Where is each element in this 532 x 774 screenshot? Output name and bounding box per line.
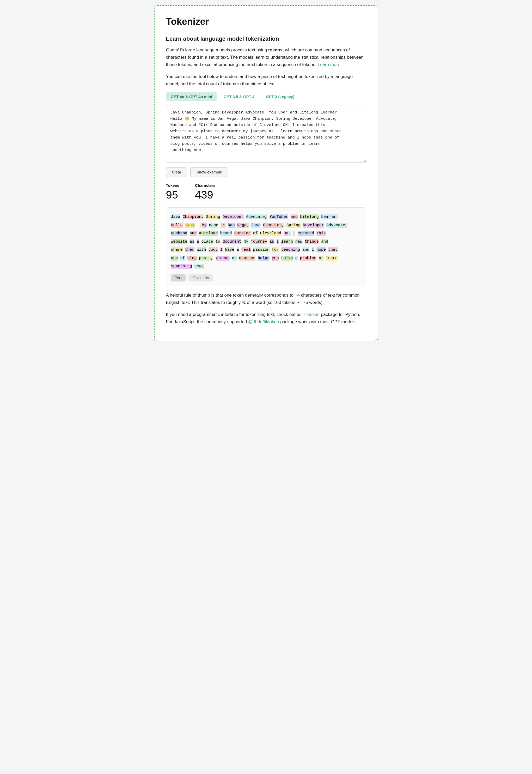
text-input[interactable]: Java Champion, Spring Developer Advocate… bbox=[166, 105, 366, 162]
token-84: learn bbox=[326, 256, 338, 261]
token-78: helps bbox=[258, 256, 270, 261]
token-ids-tab[interactable]: Token IDs bbox=[188, 274, 213, 282]
token-29: and bbox=[190, 231, 197, 236]
token-72: blog bbox=[187, 256, 197, 261]
page-title: Tokenizer bbox=[166, 16, 366, 27]
token-87: . bbox=[201, 264, 204, 269]
token-44: to bbox=[216, 239, 220, 244]
token-25: Developer bbox=[303, 223, 324, 228]
token-27: , bbox=[345, 223, 347, 228]
characters-stat: Characters 439 bbox=[195, 183, 215, 201]
period: . bbox=[340, 62, 342, 67]
token-7: , bbox=[265, 215, 267, 220]
tokens-label: Tokens bbox=[166, 183, 179, 187]
token-2: Champion bbox=[183, 215, 201, 220]
token-12: Hello bbox=[171, 223, 183, 228]
token-52: things bbox=[305, 239, 319, 244]
token-34: Cleveland bbox=[260, 231, 281, 236]
token-42: a bbox=[197, 239, 199, 244]
token-view-tabs: Text Token IDs bbox=[171, 274, 361, 282]
clear-button[interactable]: Clear bbox=[166, 167, 187, 177]
footer2-after: package works with most GPT models. bbox=[279, 319, 357, 324]
learn-more-link[interactable]: Learn more bbox=[318, 62, 340, 67]
token-50: learn bbox=[281, 239, 293, 244]
token-6: Advocate bbox=[246, 215, 265, 220]
token-67: I bbox=[312, 247, 314, 252]
token-61: a bbox=[237, 247, 239, 252]
token-64: for bbox=[272, 247, 279, 252]
footer-text-2: If you need a programmatic interface for… bbox=[166, 311, 366, 326]
description-2: You can use the tool below to understand… bbox=[166, 73, 366, 88]
token-68: hope bbox=[316, 247, 326, 252]
token-79: you bbox=[272, 256, 279, 261]
token-18: Dan bbox=[228, 223, 235, 228]
token-37: I bbox=[293, 231, 295, 236]
token-26: Advocate bbox=[326, 223, 345, 228]
token-53: and bbox=[321, 239, 328, 244]
token-1: Java bbox=[171, 215, 180, 220]
action-buttons: Clear Show example bbox=[166, 167, 366, 177]
token-19: Vega bbox=[237, 223, 247, 228]
token-21: Java bbox=[251, 223, 261, 228]
token-visualization: Java Champion, Spring Developer Advocate… bbox=[166, 208, 366, 285]
token-86: new bbox=[194, 264, 201, 269]
token-14 bbox=[200, 223, 202, 228]
token-48: as bbox=[270, 239, 274, 244]
token-38: created bbox=[298, 231, 314, 236]
token-13: 🤜🤜 bbox=[185, 223, 195, 228]
token-23: , bbox=[282, 223, 284, 228]
token-82: problem bbox=[300, 256, 316, 261]
main-container: Tokenizer Learn about language model tok… bbox=[154, 5, 378, 341]
token-63: passion bbox=[253, 247, 270, 252]
characters-value: 439 bbox=[195, 188, 215, 201]
token-15: My bbox=[202, 223, 207, 228]
token-80: solve bbox=[281, 256, 293, 261]
token-32: outside bbox=[234, 231, 251, 236]
model-tabs: GPT-4o & GPT-4o mini GPT-3.5 & GPT-4 GPT… bbox=[166, 92, 366, 101]
stats-row: Tokens 95 Characters 439 bbox=[166, 183, 366, 201]
token-74: , bbox=[211, 256, 213, 261]
text-tab[interactable]: Text bbox=[171, 274, 186, 282]
token-71: of bbox=[180, 256, 185, 261]
footer2-before: If you need a programmatic interface for… bbox=[166, 312, 304, 317]
token-30: #GirlDad bbox=[199, 231, 218, 236]
token-36: . bbox=[288, 231, 291, 236]
token-35: OH bbox=[284, 231, 288, 236]
tab-gpt4o[interactable]: GPT-4o & GPT-4o mini bbox=[166, 92, 217, 101]
token-73: posts bbox=[199, 256, 211, 261]
token-40: website bbox=[171, 239, 187, 244]
token-17: is bbox=[221, 223, 225, 228]
token-59: I bbox=[220, 247, 223, 252]
token-22: Champion bbox=[263, 223, 282, 228]
dbdq-link[interactable]: @dbdq/tiktoken bbox=[248, 319, 279, 324]
token-55: them bbox=[185, 247, 194, 252]
token-45: document bbox=[223, 239, 241, 244]
token-5: Developer bbox=[223, 215, 244, 220]
token-28: Husband bbox=[171, 231, 187, 236]
show-example-button[interactable]: Show example bbox=[190, 167, 228, 177]
token-11: Learner bbox=[321, 215, 338, 220]
token-66: and bbox=[302, 247, 309, 252]
token-10: Lifelong bbox=[300, 215, 319, 220]
tab-gpt35[interactable]: GPT-3.5 & GPT-4 bbox=[219, 92, 259, 101]
token-4: Spring bbox=[206, 215, 220, 220]
token-9: and bbox=[291, 215, 298, 220]
token-57: you bbox=[209, 247, 216, 252]
desc1-before: OpenAI's large language models process t… bbox=[166, 47, 268, 52]
token-75: videos bbox=[216, 256, 230, 261]
token-76: or bbox=[232, 256, 237, 261]
characters-label: Characters bbox=[195, 183, 215, 187]
token-41: as bbox=[190, 239, 194, 244]
token-70: one bbox=[171, 256, 178, 261]
tokens-value: 95 bbox=[166, 188, 179, 201]
token-8: YouTuber bbox=[270, 215, 288, 220]
token-3: , bbox=[201, 215, 204, 220]
tab-gpt3[interactable]: GPT-3 (Legacy) bbox=[261, 92, 299, 101]
token-58: . bbox=[216, 247, 218, 252]
token-77: courses bbox=[239, 256, 255, 261]
token-31: based bbox=[220, 231, 232, 236]
desc1-bold: tokens bbox=[268, 47, 283, 52]
tiktoken-link[interactable]: tiktoken bbox=[304, 312, 320, 317]
footer-text-1: A helpful rule of thumb is that one toke… bbox=[166, 292, 366, 306]
token-56: with bbox=[197, 247, 206, 252]
